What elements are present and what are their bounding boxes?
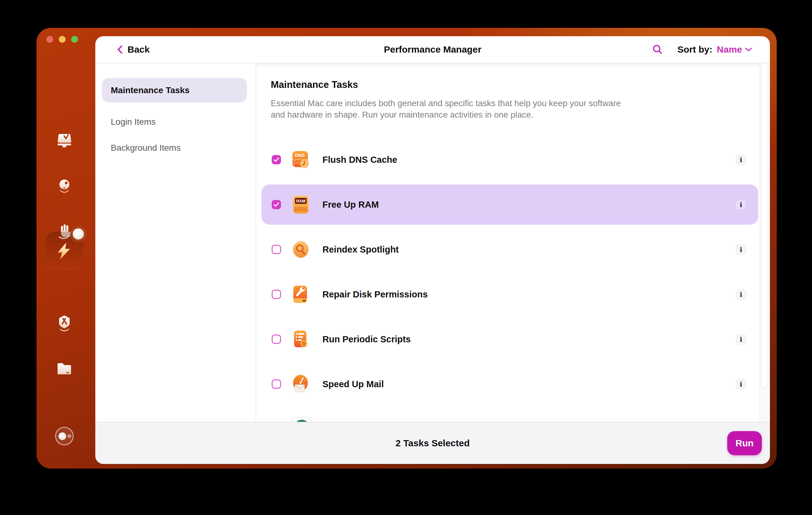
- info-button[interactable]: i: [736, 289, 746, 299]
- task-checkbox[interactable]: [272, 155, 281, 164]
- zoom-window-button[interactable]: [71, 36, 78, 43]
- header-bar: Back Performance Manager Sort by: Name: [95, 36, 770, 63]
- task-checkbox[interactable]: [272, 379, 281, 389]
- dns-cache-icon: DNS: [291, 150, 310, 169]
- task-checkbox[interactable]: [272, 245, 281, 254]
- sort-by-label: Sort by:: [677, 44, 713, 55]
- sidebar-item-files[interactable]: [55, 359, 74, 379]
- assistant-dot-large: [58, 432, 66, 440]
- info-glyph: i: [740, 246, 743, 253]
- task-checkbox[interactable]: [272, 290, 281, 299]
- svg-text:RAM: RAM: [296, 199, 306, 203]
- scrolled-row-sliver: [256, 63, 770, 66]
- mail-speed-icon: [291, 375, 310, 393]
- scrollbar-thumb[interactable]: [761, 63, 768, 388]
- task-row[interactable]: Speed Up Mail i: [261, 364, 758, 404]
- task-row[interactable]: Reindex Spotlight i: [261, 229, 758, 269]
- task-label: Repair Disk Permissions: [322, 274, 428, 314]
- spotlight-icon: [291, 240, 310, 259]
- check-icon: [273, 202, 279, 207]
- task-icon-slot: RAM: [291, 195, 310, 214]
- task-icon-slot: DNS: [291, 150, 310, 169]
- sidebar-item-smart-scan[interactable]: [55, 176, 74, 196]
- assistant-toggle-button[interactable]: [55, 427, 74, 446]
- periodic-scripts-icon: [291, 330, 310, 348]
- app-window: Back Performance Manager Sort by: Name M…: [36, 28, 777, 468]
- info-glyph: i: [740, 336, 743, 343]
- task-label: Flush DNS Cache: [322, 140, 397, 180]
- task-icon-slot: [291, 375, 310, 393]
- task-checkbox[interactable]: [272, 200, 281, 209]
- scrollbar-track[interactable]: [759, 63, 770, 422]
- info-button[interactable]: i: [736, 334, 746, 344]
- partial-teal-circle: [294, 420, 309, 422]
- smart-scan-orb-icon: [55, 176, 74, 196]
- task-list: DNS Flush DNS Cache i RAM Free Up RAM i: [261, 140, 758, 409]
- cleanup-monitor-icon: [55, 132, 74, 151]
- app-sidebar: [36, 28, 95, 468]
- task-icon-slot: [291, 285, 310, 304]
- assistant-dot-small: [67, 434, 71, 438]
- search-icon: [652, 44, 663, 55]
- applications-shield-icon: [55, 314, 74, 334]
- task-row[interactable]: RAM Free Up RAM i: [261, 184, 758, 225]
- sidebar-item-applications[interactable]: [55, 314, 74, 334]
- info-glyph: i: [740, 381, 743, 388]
- close-window-button[interactable]: [47, 36, 53, 43]
- footer-bar: 2 Tasks Selected Run: [95, 422, 770, 464]
- files-folder-icon: [55, 359, 74, 379]
- task-label: Reindex Spotlight: [322, 229, 399, 269]
- task-label: Free Up RAM: [322, 184, 379, 225]
- nav-item-login-items[interactable]: Login Items: [102, 110, 247, 134]
- run-button[interactable]: Run: [727, 431, 762, 455]
- search-button[interactable]: [652, 44, 663, 55]
- info-button[interactable]: i: [736, 200, 746, 210]
- task-icon-slot: [291, 330, 310, 348]
- task-scroll-area: Maintenance Tasks Essential Mac care inc…: [256, 63, 770, 422]
- content-heading: Maintenance Tasks: [271, 79, 358, 90]
- sort-by-value[interactable]: Name: [717, 44, 742, 55]
- notification-badge: [73, 228, 84, 239]
- svg-text:DNS: DNS: [295, 152, 305, 158]
- partial-task-icon: [291, 417, 312, 422]
- info-button[interactable]: i: [736, 379, 746, 389]
- header-actions: Sort by: Name: [652, 36, 753, 63]
- task-row[interactable]: Repair Disk Permissions i: [261, 274, 758, 314]
- info-glyph: i: [740, 201, 743, 208]
- task-row[interactable]: Run Periodic Scripts i: [261, 319, 758, 359]
- main-panel: Back Performance Manager Sort by: Name M…: [95, 36, 770, 464]
- performance-bolt-icon: [55, 241, 74, 261]
- info-button[interactable]: i: [736, 245, 746, 255]
- info-glyph: i: [740, 156, 743, 163]
- info-button[interactable]: i: [736, 155, 746, 165]
- content-description: Essential Mac care includes both general…: [271, 97, 627, 120]
- task-checkbox[interactable]: [272, 335, 281, 344]
- task-row[interactable]: DNS Flush DNS Cache i: [261, 140, 758, 180]
- sidebar-item-cleanup[interactable]: [55, 132, 74, 151]
- sidebar-item-performance-selected[interactable]: [45, 231, 84, 270]
- task-label: Run Periodic Scripts: [322, 319, 411, 359]
- info-glyph: i: [740, 291, 743, 298]
- ram-icon: RAM: [291, 195, 310, 214]
- nav-item-background-items[interactable]: Background Items: [102, 136, 247, 160]
- tasks-selected-status: 2 Tasks Selected: [95, 423, 770, 464]
- task-label: Speed Up Mail: [322, 364, 384, 404]
- check-icon: [273, 157, 279, 162]
- task-icon-slot: [291, 240, 310, 259]
- nav-item-maintenance-tasks[interactable]: Maintenance Tasks: [102, 78, 247, 103]
- section-nav: Maintenance Tasks Login Items Background…: [95, 63, 256, 422]
- chevron-down-icon[interactable]: [745, 47, 753, 52]
- disk-permissions-icon: [291, 285, 310, 304]
- minimize-window-button[interactable]: [59, 36, 66, 43]
